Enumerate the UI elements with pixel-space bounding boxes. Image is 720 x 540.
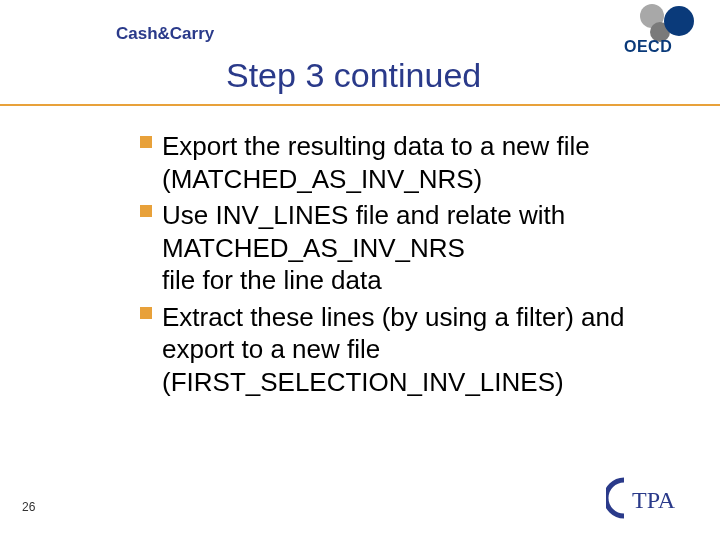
bullet-text: Use INV_LINES file and relate with MATCH… <box>162 200 565 295</box>
bullet-icon <box>140 205 152 217</box>
oecd-logo: OECD <box>616 4 706 60</box>
divider <box>0 104 720 106</box>
bullet-icon <box>140 136 152 148</box>
list-item: Use INV_LINES file and relate with MATCH… <box>140 199 660 297</box>
breadcrumb-title: Cash&Carry <box>116 24 214 44</box>
page-title: Step 3 continued <box>226 56 481 95</box>
bullet-text: Export the resulting data to a new file … <box>162 131 590 194</box>
page-number: 26 <box>22 500 35 514</box>
slide: OECD Cash&Carry Step 3 continued Export … <box>0 0 720 540</box>
list-item: Export the resulting data to a new file … <box>140 130 660 195</box>
bullet-text: Extract these lines (by using a filter) … <box>162 302 624 397</box>
logo-circle-blue <box>664 6 694 36</box>
list-item: Extract these lines (by using a filter) … <box>140 301 660 399</box>
ctpa-logo: TPA <box>606 476 690 520</box>
ctpa-logo-text: TPA <box>632 487 676 513</box>
body-content: Export the resulting data to a new file … <box>140 130 660 402</box>
oecd-logo-text: OECD <box>624 38 672 56</box>
bullet-icon <box>140 307 152 319</box>
